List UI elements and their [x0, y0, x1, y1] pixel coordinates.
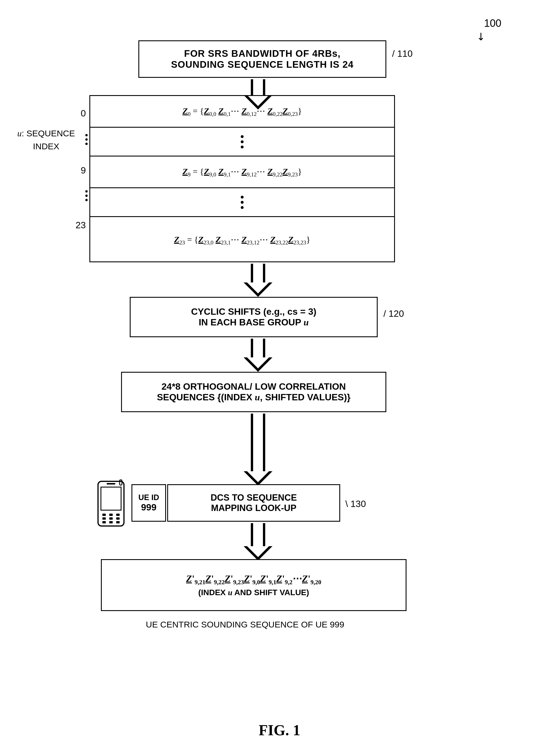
seq-table: Z0 = {Z0,0 Z0,1⋯ Z0,12⋯ Z0,22Z0,23} Z9 =… [89, 95, 395, 262]
seq-row-9: Z9 = {Z9,0 Z9,1⋯ Z9,12⋯ Z9,22Z9,23} [90, 157, 394, 188]
box-110: FOR SRS BANDWIDTH OF 4RBs, SOUNDING SEQU… [138, 40, 386, 78]
svg-rect-7 [116, 517, 120, 520]
box-orth-line1: 24*8 ORTHOGONAL/ LOW CORRELATION [157, 381, 351, 392]
box-130: DCS TO SEQUENCE MAPPING LOOK-UP [167, 484, 340, 522]
seq-dots-2 [90, 188, 394, 217]
box-110-line2: SOUNDING SEQUENCE LENGTH IS 24 [171, 59, 354, 70]
output-box: Z'9,21Z'9,22Z'9,23Z'9,0Z'9,1Z'9,2⋯Z'9,20… [101, 559, 406, 611]
svg-rect-4 [116, 513, 120, 516]
ref-110-label: / 110 [392, 48, 412, 59]
svg-rect-9 [109, 521, 113, 523]
box-120-line2: IN EACH BASE GROUP u [191, 317, 316, 328]
box-orthogonal: 24*8 ORTHOGONAL/ LOW CORRELATION SEQUENC… [121, 372, 386, 412]
arrow-5 [244, 523, 272, 560]
ref-120-label: / 120 [383, 308, 404, 319]
idx-dots-2 [85, 190, 88, 201]
ue-id-label: UE ID [138, 493, 159, 502]
box-orth-line2: SEQUENCES {(INDEX u, SHIFTED VALUES)} [157, 392, 351, 403]
svg-rect-6 [109, 517, 113, 520]
seq-row-0: Z0 = {Z0,0 Z0,1⋯ Z0,12⋯ Z0,22Z0,23} [90, 96, 394, 128]
ue-centric-caption: UE CENTRIC SOUNDING SEQUENCE OF UE 999 [87, 620, 404, 629]
ue-id-value: 999 [141, 502, 156, 513]
ue-id-box: UE ID 999 [132, 484, 166, 522]
ref-100-arrow: ↙ [474, 29, 489, 44]
box-130-line1: DCS TO SEQUENCE [210, 492, 297, 503]
box-120-line1: CYCLIC SHIFTS (e.g., cs = 3) [191, 306, 316, 317]
svg-rect-12 [120, 480, 122, 485]
output-formula: Z'9,21Z'9,22Z'9,23Z'9,0Z'9,1Z'9,2⋯Z'9,20 [186, 573, 321, 586]
svg-rect-8 [102, 521, 106, 523]
arrow-3 [244, 339, 272, 372]
output-subtext: (INDEX u AND SHIFT VALUE) [186, 588, 321, 597]
svg-rect-5 [102, 517, 106, 520]
arrow-2 [244, 264, 272, 297]
idx-0: 0 [81, 108, 86, 119]
idx-dots-1 [85, 134, 88, 145]
idx-23: 23 [75, 220, 86, 231]
svg-rect-2 [102, 513, 106, 516]
seq-index-label: u: SEQUENCEINDEX [17, 127, 75, 153]
box-110-line1: FOR SRS BANDWIDTH OF 4RBs, [171, 48, 354, 59]
svg-rect-10 [116, 521, 120, 523]
ref-130-label: \ 130 [345, 499, 366, 509]
arrow-4 [244, 414, 272, 486]
figure-label: FIG. 1 [259, 722, 300, 739]
svg-rect-1 [101, 487, 121, 510]
box-120: CYCLIC SHIFTS (e.g., cs = 3) IN EACH BAS… [130, 297, 378, 337]
seq-dots-1 [90, 128, 394, 157]
idx-9: 9 [81, 165, 86, 176]
diagram-container: 100 ↙ FOR SRS BANDWIDTH OF 4RBs, SOUNDIN… [0, 0, 559, 756]
svg-rect-11 [107, 483, 115, 484]
seq-row-23: Z23 = {Z23,0 Z23,1⋯ Z23,12⋯ Z23,22Z23,23… [90, 217, 394, 263]
ue-device-icon [92, 478, 130, 530]
ref-100: 100 [484, 17, 501, 29]
svg-rect-3 [109, 513, 113, 516]
box-130-line2: MAPPING LOOK-UP [210, 503, 297, 513]
